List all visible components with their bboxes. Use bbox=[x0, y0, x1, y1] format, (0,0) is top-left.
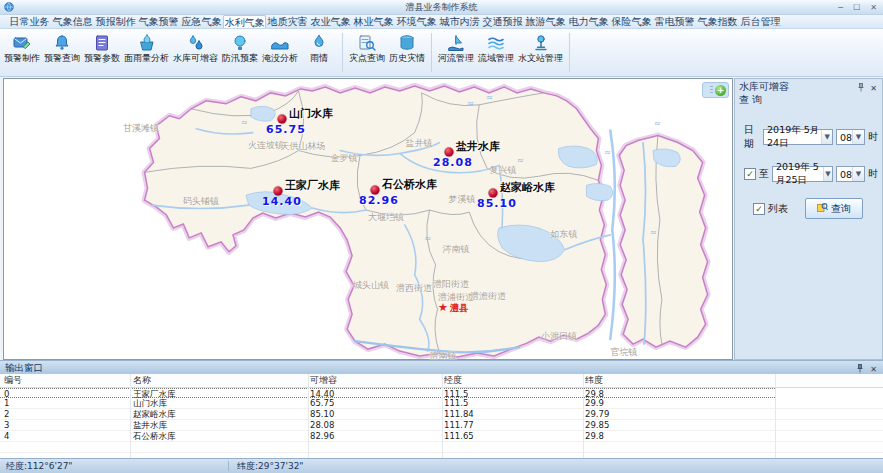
menu-tab-7[interactable]: 地质灾害 bbox=[266, 15, 309, 28]
toolbar-button-label: 水库可增容 bbox=[173, 53, 218, 64]
toolbar-button-label: 预警参数 bbox=[84, 53, 120, 64]
alert-params-button[interactable]: 预警参数 bbox=[82, 31, 122, 74]
menu-tab-1[interactable]: 日常业务 bbox=[8, 15, 51, 28]
menu-tab-14[interactable]: 电力气象 bbox=[567, 15, 610, 28]
alert-bell-icon bbox=[52, 32, 72, 53]
map-panel[interactable]: ≈≈≈ ≈≈≈ ≈≈≈ 甘溪滩镇码头铺镇火连坡镇天供山林场金罗镇盐井镇复兴镇梦溪… bbox=[3, 78, 733, 360]
river-manage-icon bbox=[446, 32, 466, 53]
status-longitude: 经度:112°6'27" bbox=[6, 459, 73, 473]
reservoir-capacity-button[interactable]: 水库可增容 bbox=[171, 31, 220, 74]
basin-manage-button[interactable]: 流域管理 bbox=[476, 31, 516, 74]
table-cell: 111.5 bbox=[444, 398, 468, 408]
chevron-down-icon[interactable]: ▼ bbox=[852, 130, 864, 144]
maximize-button[interactable]: ☐ bbox=[853, 0, 860, 15]
panel-subtitle: 查 询 bbox=[739, 94, 878, 107]
reservoir-value-label: 85.10 bbox=[477, 197, 517, 210]
menu-tab-11[interactable]: 城市内涝 bbox=[438, 15, 481, 28]
table-cell: 29.8 bbox=[585, 431, 604, 441]
table-cell: 1 bbox=[4, 398, 9, 408]
column-divider bbox=[130, 374, 131, 458]
pin-icon[interactable] bbox=[857, 82, 865, 95]
inundation-button[interactable]: 淹没分析 bbox=[260, 31, 300, 74]
menu-tab-5[interactable]: 应急气象 bbox=[180, 15, 223, 28]
hydrostation-manage-button[interactable]: 水文站管理 bbox=[516, 31, 565, 74]
town-label: 天供山林场 bbox=[281, 140, 326, 153]
table-row[interactable]: 0王家厂水库14.40111.529.8 bbox=[0, 388, 775, 398]
list-checkbox[interactable]: ✓ bbox=[753, 203, 765, 215]
zoom-in-button[interactable]: + bbox=[715, 85, 726, 96]
date-to-picker[interactable]: 2019年 5月25日 ▼ bbox=[772, 166, 833, 182]
menu-tab-10[interactable]: 环境气象 bbox=[395, 15, 438, 28]
reservoir-value-label: 82.96 bbox=[359, 194, 399, 207]
table-cell: 85.10 bbox=[310, 409, 334, 419]
column-header[interactable]: 可增容 bbox=[310, 374, 337, 387]
menu-tab-15[interactable]: 保险气象 bbox=[610, 15, 653, 28]
column-header[interactable]: 名称 bbox=[133, 374, 151, 387]
menu-tab-13[interactable]: 旅游气象 bbox=[524, 15, 567, 28]
menu-tab-9[interactable]: 林业气象 bbox=[352, 15, 395, 28]
river-manage-button[interactable]: 河流管理 bbox=[436, 31, 476, 74]
reservoir-name-label: 赵家峪水库 bbox=[500, 180, 555, 195]
hydrostation-manage-icon bbox=[531, 32, 551, 53]
rain-info-button[interactable]: 雨情 bbox=[300, 31, 338, 74]
query-button[interactable]: 查询 bbox=[805, 198, 863, 219]
disaster-history-button[interactable]: 历史灾情 bbox=[387, 31, 427, 74]
table-cell: 石公桥水库 bbox=[133, 431, 176, 441]
menu-tab-4[interactable]: 气象预警 bbox=[137, 15, 180, 28]
county-name-label: 澧县 bbox=[450, 302, 468, 315]
status-bar: 经度:112°6'27" 纬度:29°37'32" bbox=[0, 458, 883, 473]
title-bar: 澧县业务制作系统 ─ ☐ ✕ bbox=[0, 0, 883, 15]
menu-tab-17[interactable]: 气象指数 bbox=[696, 15, 739, 28]
menu-tab-6[interactable]: 水利气象 bbox=[223, 15, 266, 28]
chevron-down-icon[interactable]: ▼ bbox=[821, 130, 832, 144]
menu-tab-2[interactable]: 气象信息 bbox=[51, 15, 94, 28]
town-label: 澧澹街道 bbox=[470, 290, 506, 303]
table-cell: 111.84 bbox=[444, 409, 474, 419]
town-label: 涔南镇 bbox=[443, 243, 470, 256]
status-latitude: 纬度:29°37'32" bbox=[237, 459, 304, 473]
hour-to-picker[interactable]: 08 ▼ bbox=[836, 166, 865, 182]
area-rain-button[interactable]: 面雨量分析 bbox=[122, 31, 171, 74]
reservoir-value-label: 65.75 bbox=[266, 123, 306, 136]
date-from-picker[interactable]: 2019年 5月24日 ▼ bbox=[763, 129, 833, 145]
basin-manage-icon bbox=[486, 32, 506, 53]
column-divider bbox=[442, 374, 443, 458]
table-cell: 28.08 bbox=[310, 420, 334, 430]
toolbar-button-label: 流域管理 bbox=[478, 53, 514, 64]
chevron-down-icon[interactable]: ▼ bbox=[852, 167, 864, 181]
alert-bell-button[interactable]: 预警查询 bbox=[42, 31, 82, 74]
menu-tab-18[interactable]: 后台管理 bbox=[739, 15, 782, 28]
map-tool-popup: + bbox=[702, 82, 729, 98]
panel-close-icon[interactable]: ✕ bbox=[870, 85, 877, 93]
alert-edit-button[interactable]: 预警制作 bbox=[2, 31, 42, 74]
column-header[interactable]: 纬度 bbox=[585, 374, 603, 387]
menu-tab-12[interactable]: 交通预报 bbox=[481, 15, 524, 28]
output-close-icon[interactable]: ✕ bbox=[870, 366, 877, 374]
close-button[interactable]: ✕ bbox=[870, 0, 877, 15]
to-label: 至 bbox=[759, 167, 769, 181]
chevron-down-icon[interactable]: ▼ bbox=[823, 167, 832, 181]
column-header[interactable]: 经度 bbox=[444, 374, 462, 387]
reservoir-capacity-icon bbox=[186, 32, 206, 53]
town-label: 城头山镇 bbox=[353, 279, 389, 292]
disaster-query-button[interactable]: 灾点查询 bbox=[347, 31, 387, 74]
town-label: 梦溪镇 bbox=[449, 193, 476, 206]
menu-tab-8[interactable]: 农业气象 bbox=[309, 15, 352, 28]
toolbar-button-label: 灾点查询 bbox=[349, 53, 385, 64]
town-label: 澧西街道 bbox=[396, 282, 432, 295]
menu-tab-16[interactable]: 雷电预警 bbox=[653, 15, 696, 28]
window-title: 澧县业务制作系统 bbox=[0, 0, 883, 15]
column-header[interactable]: 编号 bbox=[4, 374, 22, 387]
hour-unit-label: 时 bbox=[868, 167, 878, 181]
minimize-button[interactable]: ─ bbox=[838, 0, 843, 15]
toolbar-button-label: 雨情 bbox=[310, 53, 328, 64]
town-label: 金罗镇 bbox=[331, 152, 358, 165]
hour-from-picker[interactable]: 08 ▼ bbox=[836, 129, 865, 145]
flood-plan-icon bbox=[230, 32, 250, 53]
area-rain-icon bbox=[137, 32, 157, 53]
column-divider bbox=[583, 374, 584, 458]
menu-tab-3[interactable]: 预报制作 bbox=[94, 15, 137, 28]
to-date-checkbox[interactable]: ✓ bbox=[744, 168, 756, 180]
drag-handle-icon[interactable] bbox=[710, 86, 713, 94]
flood-plan-button[interactable]: 防汛预案 bbox=[220, 31, 260, 74]
